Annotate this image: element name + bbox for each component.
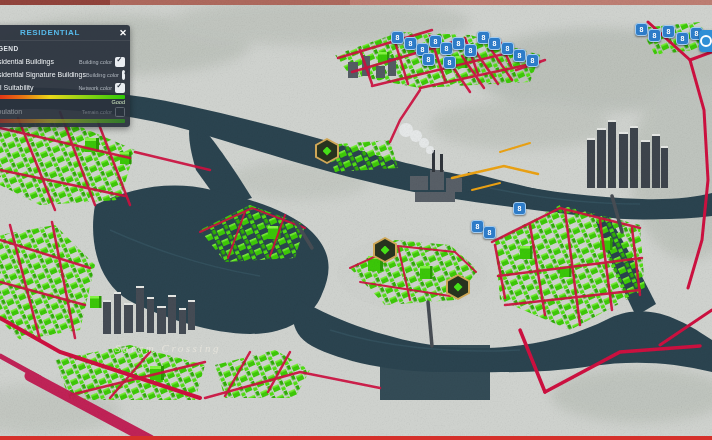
signature-marker-icon — [323, 147, 332, 156]
checkbox-residential-buildings[interactable] — [115, 57, 125, 67]
panel-title: RESIDENTIAL — [0, 28, 116, 37]
legend-row-signature-buildings: Residential Signature Buildings Building… — [0, 68, 125, 81]
checkbox-population[interactable] — [115, 107, 125, 117]
level-badge[interactable]: 8 — [676, 32, 689, 45]
level-badge[interactable]: 8 — [464, 44, 477, 57]
level-badge[interactable]: 8 — [443, 56, 456, 69]
population-gradient — [0, 119, 125, 123]
legend-label: LEGEND — [0, 45, 125, 52]
screen-edge-strip — [0, 436, 712, 440]
level-badge[interactable]: 8 — [483, 226, 496, 239]
level-badge[interactable]: 8 — [526, 54, 539, 67]
signature-marker-inner — [317, 140, 337, 162]
level-badge[interactable]: 8 — [648, 29, 661, 42]
legend-row-residential-buildings: Residential Buildings Building color — [0, 55, 125, 68]
signature-marker-icon — [454, 283, 463, 292]
notification-badge[interactable] — [699, 30, 712, 52]
level-badge[interactable]: 8 — [513, 49, 526, 62]
signature-marker-icon — [381, 246, 390, 255]
level-badge[interactable]: 8 — [662, 25, 675, 38]
close-icon[interactable]: ✕ — [116, 28, 130, 38]
level-badge[interactable]: 8 — [635, 23, 648, 36]
level-badge[interactable]: 8 — [422, 53, 435, 66]
infoview-panel-residential: RESIDENTIAL ✕ LEGEND Residential Buildin… — [0, 25, 130, 127]
checkbox-suitability[interactable] — [115, 83, 125, 93]
notification-icon — [700, 35, 712, 47]
checkbox-signature-buildings[interactable] — [122, 70, 125, 80]
level-badge[interactable]: 8 — [488, 37, 501, 50]
legend-row-population: Population Terrain color — [0, 105, 125, 118]
signature-marker-inner — [448, 276, 468, 298]
legend-row-suitability: Residential Suitability Network color — [0, 81, 125, 94]
game-viewport: Saram Crossing 8888888888888888888888 RE… — [0, 0, 712, 440]
level-badge[interactable]: 8 — [391, 31, 404, 44]
level-badge[interactable]: 8 — [513, 202, 526, 215]
signature-marker-inner — [375, 239, 395, 261]
